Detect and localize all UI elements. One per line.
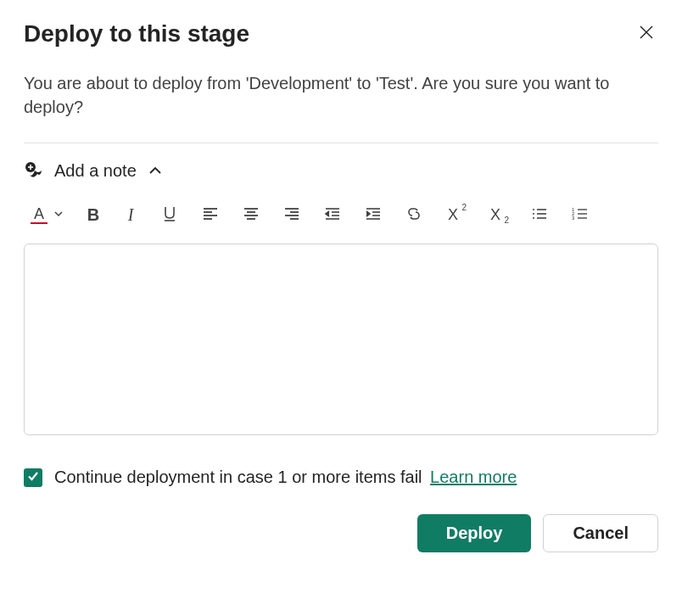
- close-icon: [638, 24, 655, 43]
- bold-button[interactable]: B: [85, 204, 102, 225]
- outdent-button[interactable]: [322, 204, 343, 225]
- bulleted-list-button[interactable]: [529, 204, 550, 225]
- continue-on-fail-row: Continue deployment in case 1 or more it…: [24, 468, 658, 487]
- continue-on-fail-label: Continue deployment in case 1 or more it…: [54, 468, 517, 487]
- align-center-icon: [243, 205, 260, 225]
- bulleted-list-icon: [531, 205, 548, 225]
- dialog-description: You are about to deploy from 'Developmen…: [24, 71, 658, 119]
- continue-on-fail-checkbox[interactable]: [24, 468, 42, 487]
- link-button[interactable]: [404, 204, 424, 225]
- learn-more-link[interactable]: Learn more: [430, 468, 517, 486]
- checkbox-label-text: Continue deployment in case 1 or more it…: [54, 468, 422, 486]
- note-editor[interactable]: [24, 244, 658, 435]
- checkmark-icon: [26, 469, 40, 486]
- add-note-toggle[interactable]: Add a note: [24, 160, 658, 181]
- subscript-base: X: [490, 206, 500, 224]
- bold-icon: B: [87, 205, 99, 225]
- divider: [24, 143, 658, 143]
- dialog-title: Deploy to this stage: [24, 20, 249, 48]
- font-color-letter: A: [34, 205, 44, 223]
- subscript-button[interactable]: X2: [487, 204, 504, 225]
- indent-icon: [365, 205, 382, 225]
- italic-icon: I: [128, 205, 134, 225]
- chevron-up-icon: [147, 162, 164, 179]
- deploy-button[interactable]: Deploy: [417, 514, 532, 552]
- italic-button[interactable]: I: [122, 204, 139, 225]
- align-right-icon: [283, 205, 300, 225]
- close-button[interactable]: [634, 20, 658, 47]
- numbered-list-button[interactable]: 1 2 3: [570, 204, 590, 225]
- align-left-button[interactable]: [200, 204, 221, 225]
- align-center-button[interactable]: [241, 204, 261, 225]
- rich-text-toolbar: A B I: [24, 204, 658, 225]
- superscript-exp: 2: [461, 203, 467, 212]
- align-right-button[interactable]: [282, 204, 302, 225]
- dialog-header: Deploy to this stage: [24, 20, 658, 48]
- indent-button[interactable]: [363, 204, 383, 225]
- svg-text:3: 3: [572, 216, 575, 221]
- font-color-button[interactable]: A: [31, 205, 48, 224]
- link-icon: [405, 205, 422, 225]
- dialog-footer: Deploy Cancel: [24, 514, 658, 552]
- underline-icon: [161, 205, 178, 225]
- outdent-icon: [324, 205, 341, 225]
- numbered-list-icon: 1 2 3: [572, 205, 589, 225]
- add-note-icon: [24, 160, 44, 181]
- font-color-dropdown[interactable]: [53, 204, 64, 225]
- cancel-button[interactable]: Cancel: [543, 514, 658, 552]
- superscript-button[interactable]: X2: [444, 204, 461, 225]
- chevron-down-icon: [53, 209, 64, 221]
- add-note-label: Add a note: [54, 161, 137, 181]
- superscript-base: X: [448, 206, 458, 224]
- subscript-sub: 2: [504, 216, 509, 225]
- align-left-icon: [202, 205, 219, 225]
- underline-button[interactable]: [159, 204, 180, 225]
